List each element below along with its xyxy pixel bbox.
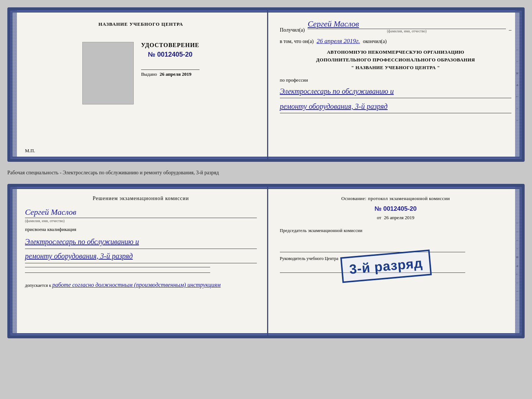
predsedatel-label: Председатель экзаменационной комиссии bbox=[280, 228, 512, 234]
vydano-date: 26 апреля 2019 bbox=[159, 71, 191, 77]
sig-line-bottom-2 bbox=[25, 272, 210, 273]
stamp-text: 3-й разряд bbox=[349, 255, 423, 277]
photo-placeholder bbox=[82, 42, 134, 104]
cert-number: № 0012405-20 bbox=[141, 51, 200, 58]
bottom-certificate-card: Решением экзаменационной комиссии Сергей… bbox=[7, 184, 525, 338]
org-line1: АВТОНОМНУЮ НЕКОММЕРЧЕСКУЮ ОРГАНИЗАЦИЮ bbox=[280, 49, 512, 56]
dopuskaetsya-block: допускается к работе согласно должностны… bbox=[25, 280, 257, 290]
vydano-label: Выдано bbox=[141, 71, 157, 77]
stamp: 3-й разряд bbox=[340, 250, 432, 283]
profession-line1: Электрослесарь по обслуживанию и bbox=[280, 85, 512, 98]
mp-label: М.П. bbox=[25, 148, 35, 154]
prisvoena-label: присвоена квалификация bbox=[25, 227, 257, 232]
vtom-date: 26 апреля 2019г. bbox=[317, 38, 360, 45]
org-line2: ДОПОЛНИТЕЛЬНОГО ПРОФЕССИОНАЛЬНОГО ОБРАЗО… bbox=[280, 56, 512, 64]
okonchil-label: окончил(а) bbox=[363, 39, 387, 44]
vtom-label: в том, что он(а) bbox=[280, 39, 314, 44]
info-strip: Рабочая специальность - Электрослесарь п… bbox=[7, 168, 525, 177]
vydano-line: Выдано 26 апреля 2019 bbox=[141, 71, 200, 77]
org-line3: " НАЗВАНИЕ УЧЕБНОГО ЦЕНТРА " bbox=[280, 64, 512, 72]
org-block-top: АВТОНОМНУЮ НЕКОММЕРЧЕСКУЮ ОРГАНИЗАЦИЮ ДО… bbox=[280, 49, 512, 71]
sig-line-1 bbox=[141, 70, 200, 70]
right-edge-marks-bottom: – – – – и а ← – – – bbox=[515, 216, 520, 306]
dash-top: – bbox=[509, 27, 511, 33]
page-container: НАЗВАНИЕ УЧЕБНОГО ЦЕНТРА УДОСТОВЕРЕНИЕ №… bbox=[7, 7, 525, 338]
fio-label-top: (фамилия, имя, отчество) bbox=[308, 29, 506, 33]
person-name-top: Сергей Маслов bbox=[308, 19, 506, 29]
udostoverenie-label: УДОСТОВЕРЕНИЕ bbox=[141, 42, 200, 49]
qualification-line1: Электрослесарь по обслуживанию и bbox=[25, 235, 257, 249]
sig-line-predsedatel bbox=[280, 252, 465, 252]
protocol-number: № 0012405-20 bbox=[280, 205, 512, 213]
poluchil-label: Получил(а) bbox=[280, 27, 305, 33]
dopuskaetsya-text: работе согласно должностным (производств… bbox=[52, 282, 220, 288]
top-certificate-card: НАЗВАНИЕ УЧЕБНОГО ЦЕНТРА УДОСТОВЕРЕНИЕ №… bbox=[7, 7, 525, 162]
bottom-right-panel: Основание: протокол экзаменационной коми… bbox=[268, 187, 522, 335]
top-right-panel: Получил(а) Сергей Маслов (фамилия, имя, … bbox=[268, 10, 522, 159]
sig-line-bottom-1 bbox=[25, 267, 210, 267]
right-edge-marks-top: – – и а ← – – bbox=[515, 40, 520, 129]
po-professii-label: по профессии bbox=[280, 77, 512, 83]
ot-date: 26 апреля 2019 bbox=[384, 215, 414, 220]
ot-line: от 26 апреля 2019 bbox=[280, 215, 512, 221]
dopuskaetsya-label: допускается к bbox=[25, 283, 51, 288]
fio-label-bottom: (фамилия, имя, отчество) bbox=[25, 219, 257, 223]
resolution-title: Решением экзаменационной комиссии bbox=[25, 196, 257, 202]
bottom-left-panel: Решением экзаменационной комиссии Сергей… bbox=[10, 187, 267, 335]
org-title-left: НАЗВАНИЕ УЧЕБНОГО ЦЕНТРА bbox=[98, 21, 183, 27]
profession-line2: ремонту оборудования, 3-й разряд bbox=[280, 100, 512, 113]
person-name-bottom: Сергей Маслов bbox=[25, 207, 257, 217]
osnovanie-label: Основание: протокол экзаменационной коми… bbox=[280, 196, 512, 202]
ot-label: от bbox=[377, 215, 381, 220]
top-left-panel: НАЗВАНИЕ УЧЕБНОГО ЦЕНТРА УДОСТОВЕРЕНИЕ №… bbox=[10, 10, 267, 159]
qualification-line2: ремонту оборудования, 3-й разряд bbox=[25, 249, 257, 263]
